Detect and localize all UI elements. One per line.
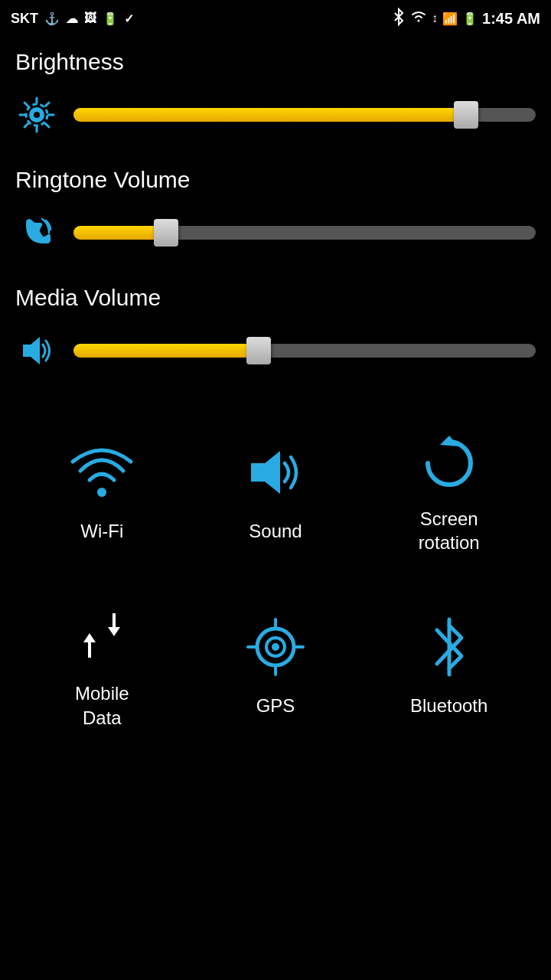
brightness-fill	[73, 108, 466, 122]
image-icon: 🖼	[84, 11, 96, 25]
brightness-icon	[15, 93, 58, 136]
wifi-icon	[67, 438, 136, 507]
sound-quick-setting[interactable]: Sound	[189, 403, 363, 577]
wifi-quick-setting[interactable]: Wi-Fi	[15, 403, 189, 577]
time-label: 1:45 AM	[482, 10, 540, 28]
svg-line-8	[46, 103, 50, 106]
main-content: Brightness	[0, 37, 551, 765]
ringtone-slider[interactable]	[73, 217, 536, 248]
battery-100-icon: 🔋	[103, 11, 118, 26]
svg-point-11	[34, 112, 40, 118]
svg-line-9	[24, 124, 28, 128]
ringtone-icon	[15, 211, 58, 254]
brightness-title: Brightness	[15, 49, 536, 75]
svg-marker-12	[23, 337, 40, 364]
mobile-data-icon	[67, 600, 136, 669]
status-bar: SKT ⚓ ☁ 🖼 🔋 ✓ ↕ 📶 🔋 1:45 AM	[0, 0, 551, 37]
ringtone-fill	[73, 226, 166, 240]
wifi-label: Wi-Fi	[80, 519, 123, 543]
media-slider[interactable]	[73, 335, 536, 366]
brightness-track	[73, 108, 536, 122]
svg-point-13	[97, 488, 106, 497]
status-right-icons: ↕ 📶 🔋 1:45 AM	[392, 9, 540, 28]
battery-icon: 🔋	[462, 11, 478, 26]
signal-icon: 📶	[442, 11, 458, 26]
media-thumb[interactable]	[246, 337, 271, 364]
check-icon: ✓	[124, 11, 134, 26]
media-slider-row	[15, 329, 536, 372]
media-fill	[73, 344, 259, 358]
gps-icon	[241, 612, 310, 681]
bluetooth-quick-setting[interactable]: Bluetooth	[362, 577, 536, 752]
carrier-label: SKT	[11, 11, 38, 27]
data-transfer-icon: ↕	[432, 11, 438, 25]
svg-line-7	[46, 124, 50, 128]
media-title: Media Volume	[15, 285, 536, 311]
brightness-slider[interactable]	[73, 100, 536, 130]
screen-rotation-quick-setting[interactable]: Screen rotation	[362, 403, 536, 577]
media-section: Media Volume	[15, 285, 536, 372]
svg-point-22	[272, 643, 279, 651]
brightness-slider-row	[15, 93, 536, 136]
mobile-data-quick-setting[interactable]: Mobile Data	[15, 577, 189, 752]
ringtone-thumb[interactable]	[154, 219, 178, 247]
bluetooth-status-icon	[392, 9, 406, 28]
brightness-thumb[interactable]	[454, 101, 478, 129]
usb-icon: ⚓	[44, 11, 60, 26]
ringtone-slider-row	[15, 211, 536, 254]
media-volume-icon	[15, 329, 58, 372]
sound-label: Sound	[249, 519, 302, 543]
cloud-icon: ☁	[66, 11, 78, 26]
gps-label: GPS	[256, 694, 295, 717]
svg-rect-19	[112, 613, 116, 630]
screen-rotation-icon	[415, 426, 484, 495]
screen-rotation-label: Screen rotation	[419, 507, 480, 554]
ringtone-section: Ringtone Volume	[15, 167, 536, 254]
svg-marker-14	[251, 451, 280, 494]
quick-settings-grid: Wi-Fi Sound Scr	[15, 403, 536, 753]
mobile-data-label: Mobile Data	[75, 681, 129, 729]
gps-quick-setting[interactable]: GPS	[189, 577, 363, 752]
svg-rect-17	[88, 641, 91, 658]
bluetooth-label: Bluetooth	[410, 694, 487, 717]
media-track	[73, 344, 536, 358]
bluetooth-icon	[415, 612, 484, 681]
sound-icon	[241, 438, 310, 507]
ringtone-title: Ringtone Volume	[15, 167, 536, 193]
ringtone-track	[73, 226, 536, 240]
svg-line-6	[24, 103, 28, 106]
wifi-status-icon	[410, 10, 427, 27]
status-left: SKT ⚓ ☁ 🖼 🔋 ✓	[11, 11, 134, 27]
brightness-section: Brightness	[15, 49, 536, 136]
